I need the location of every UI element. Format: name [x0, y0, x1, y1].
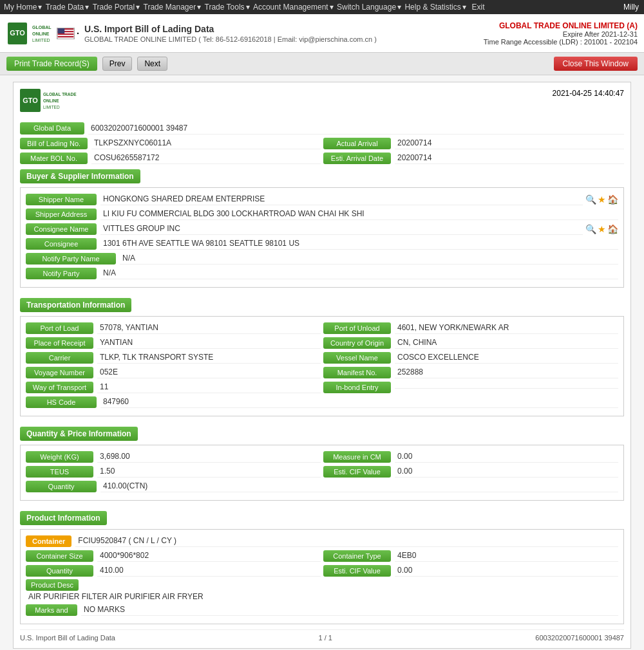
mater-bol-field: Mater BOL No. COSU6265587172 — [20, 152, 321, 164]
consignee-row: Consignee 1301 6TH AVE SEATTLE WA 98101 … — [26, 237, 618, 250]
country-of-origin-field: Country of Origin CN, CHINA — [323, 337, 618, 349]
notify-party-name-label: Notify Party Name — [26, 253, 116, 265]
place-of-receipt-value: YANTIAN — [97, 337, 321, 349]
close-button[interactable]: Close This Window — [554, 57, 638, 71]
container-badge: Container — [26, 535, 71, 547]
in-bond-label: In-bond Entry — [323, 382, 391, 393]
mater-bol-label: Mater BOL No. — [20, 153, 88, 164]
nav-accountmgmt-arrow: ▾ — [330, 3, 334, 12]
carrier-label: Carrier — [26, 352, 93, 364]
bol-value: TLKPSZXNYC06011A — [91, 137, 321, 149]
print-button[interactable]: Print Trade Record(S) — [6, 57, 97, 71]
measure-field: Measure in CM 0.00 — [323, 450, 618, 463]
teus-field: TEUS 1.50 — [26, 465, 321, 478]
prod-esti-cif-field: Esti. CIF Value 0.00 — [323, 564, 618, 577]
in-bond-field: In-bond Entry — [323, 381, 618, 393]
nav-helpstats[interactable]: Help & Statistics — [404, 3, 460, 12]
weight-label: Weight (KG) — [26, 451, 93, 463]
nav-accountmgmt[interactable]: Account Management — [253, 3, 328, 12]
global-data-value: 60032020071600001 39487 — [88, 122, 624, 135]
esti-arrival-label: Esti. Arrival Date — [323, 153, 391, 164]
nav-tradedata[interactable]: Trade Data — [46, 3, 84, 12]
container-type-field: Container Type 4EB0 — [323, 550, 618, 562]
mater-bol-value: COSU6265587172 — [91, 152, 321, 164]
prod-esti-cif-value: 0.00 — [395, 564, 618, 577]
transportation-header: Transportation Information — [20, 298, 131, 312]
receipt-origin-row: Place of Receipt YANTIAN Country of Orig… — [26, 337, 618, 349]
shipper-address-label: Shipper Address — [26, 209, 97, 220]
record-footer: U.S. Import Bill of Lading Data 1 / 1 60… — [20, 629, 624, 642]
consignee-star-icon[interactable]: ★ — [598, 224, 606, 234]
quantity-price-section: Weight (KG) 3,698.00 Measure in CM 0.00 … — [20, 445, 624, 501]
container-size-value: 4000*906*802 — [97, 550, 321, 562]
svg-text:GLOBAL TRADE: GLOBAL TRADE — [43, 92, 77, 97]
voyage-manifest-row: Voyage Number 052E Manifest No. 252888 — [26, 366, 618, 378]
consignee-home-icon[interactable]: 🏠 — [607, 224, 618, 234]
svg-rect-11 — [58, 28, 65, 33]
bol-row: Bill of Lading No. TLKPSZXNYC06011A Actu… — [20, 137, 624, 149]
vessel-name-field: Vessel Name COSCO EXCELLENCE — [323, 351, 618, 364]
time-range-info: Time Range Accessible (LDR) : 201001 - 2… — [484, 38, 638, 46]
voyage-field: Voyage Number 052E — [26, 366, 321, 378]
manifest-field: Manifest No. 252888 — [323, 366, 618, 378]
header-subline: GLOBAL TRADE ONLINE LIMITED ( Tel: 86-51… — [84, 35, 377, 43]
hs-code-value: 847960 — [100, 396, 618, 408]
company-name-badge: GLOBAL TRADE ONLINE LIMITED (A) — [484, 21, 638, 30]
svg-text:LIMITED: LIMITED — [32, 38, 50, 42]
teus-cif-row: TEUS 1.50 Esti. CIF Value 0.00 — [26, 465, 618, 478]
flag-separator: · — [77, 28, 79, 39]
shipper-name-label: Shipper Name — [26, 194, 97, 205]
shipper-address-value: LI KIU FU COMMERCIAL BLDG 300 LOCKHARTRO… — [100, 208, 618, 220]
place-of-receipt-field: Place of Receipt YANTIAN — [26, 337, 321, 349]
esti-cif-field: Esti. CIF Value 0.00 — [323, 465, 618, 478]
container-type-value: 4EB0 — [395, 550, 618, 562]
svg-rect-9 — [58, 35, 74, 36]
svg-text:ONLINE: ONLINE — [32, 32, 50, 36]
port-of-load-value: 57078, YANTIAN — [97, 322, 321, 334]
nav-tradetools[interactable]: Trade Tools — [205, 3, 245, 12]
nav-myhome[interactable]: My Home — [4, 3, 37, 12]
nav-switchlang[interactable]: Switch Language — [337, 3, 396, 12]
top-navigation: My Home ▾ Trade Data ▾ Trade Portal ▾ Tr… — [0, 0, 644, 14]
user-name: Milly — [623, 3, 639, 12]
product-desc-area: Product Desc AIR PURIFIER FILTER AIR PUR… — [26, 580, 618, 604]
nav-exit[interactable]: Exit — [471, 3, 484, 12]
shipper-search-icon[interactable]: 🔍 — [585, 194, 596, 205]
vessel-name-value: COSCO EXCELLENCE — [395, 351, 618, 364]
header-title-area: U.S. Import Bill of Lading Data GLOBAL T… — [84, 24, 377, 43]
nav-trademanager-arrow: ▾ — [197, 3, 201, 12]
container-row: Container FCIU9520847 ( CN / L / CY ) — [26, 535, 618, 547]
port-of-unload-label: Port of Unload — [323, 322, 391, 334]
consignee-search-icon[interactable]: 🔍 — [585, 224, 596, 234]
prod-esti-cif-label: Esti. CIF Value — [323, 565, 391, 577]
shipper-star-icon[interactable]: ★ — [598, 194, 606, 205]
actual-arrival-value: 20200714 — [395, 137, 624, 149]
actual-arrival-field: Actual Arrival 20200714 — [323, 137, 624, 149]
place-of-receipt-label: Place of Receipt — [26, 337, 93, 349]
prod-qty-value: 410.00 — [97, 564, 321, 577]
record-header: GTO GLOBAL TRADE ONLINE LIMITED 2021-04-… — [20, 89, 624, 117]
shipper-name-value: HONGKONG SHARED DREAM ENTERPRISE — [100, 193, 583, 205]
measure-value: 0.00 — [395, 450, 618, 463]
bol-field: Bill of Lading No. TLKPSZXNYC06011A — [20, 137, 321, 149]
consignee-name-label: Consignee Name — [26, 223, 97, 235]
record-card: GTO GLOBAL TRADE ONLINE LIMITED 2021-04-… — [13, 82, 631, 649]
main-content: GTO GLOBAL TRADE ONLINE LIMITED 2021-04-… — [0, 75, 644, 650]
shipper-home-icon[interactable]: 🏠 — [607, 194, 618, 205]
vessel-name-label: Vessel Name — [323, 352, 391, 364]
shipper-address-row: Shipper Address LI KIU FU COMMERCIAL BLD… — [26, 208, 618, 220]
prod-qty-label: Quantity — [26, 565, 93, 577]
transportation-section: Port of Load 57078, YANTIAN Port of Unlo… — [20, 316, 624, 416]
carrier-field: Carrier TLKP, TLK TRANSPORT SYSTE — [26, 351, 321, 364]
voyage-label: Voyage Number — [26, 367, 93, 378]
nav-tradedata-arrow: ▾ — [85, 3, 89, 12]
header-bar: GTO GLOBAL TRADE ONLINE LIMITED · U.S. I… — [0, 14, 644, 53]
weight-field: Weight (KG) 3,698.00 — [26, 450, 321, 463]
nav-tradeportal[interactable]: Trade Portal — [93, 3, 135, 12]
shipper-name-row: Shipper Name HONGKONG SHARED DREAM ENTER… — [26, 193, 618, 205]
transport-bond-row: Way of Transport 11 In-bond Entry — [26, 381, 618, 393]
next-button[interactable]: Next — [137, 57, 167, 71]
nav-trademanager[interactable]: Trade Manager — [144, 3, 196, 12]
prev-button[interactable]: Prev — [102, 57, 133, 71]
record-datetime: 2021-04-25 14:40:47 — [553, 89, 624, 98]
